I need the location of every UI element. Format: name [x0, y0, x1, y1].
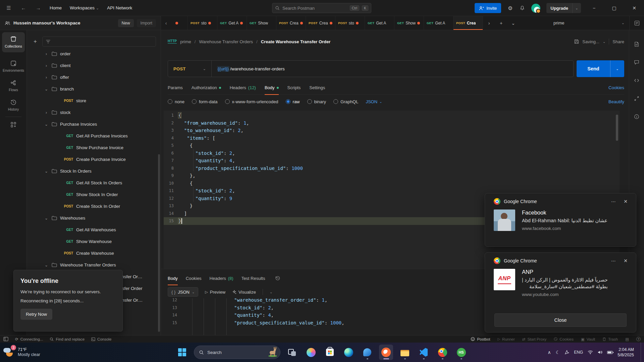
response-history-icon[interactable]	[275, 276, 280, 281]
tree-request[interactable]: POSTCreate Stock In Order	[27, 200, 161, 212]
tree-request[interactable]: POSTstore	[27, 95, 161, 107]
notification-more-icon[interactable]: ⋯	[609, 258, 618, 263]
tree-request[interactable]: GETGet All Purchase Invoices	[27, 130, 161, 142]
tree-folder[interactable]: ›stock	[27, 107, 161, 118]
tree-folder[interactable]: ⌄Warehouses	[27, 212, 161, 224]
visualize-button[interactable]: Visualize	[232, 290, 256, 295]
tree-folder[interactable]: ›client	[27, 60, 161, 71]
related-requests-icon[interactable]	[634, 96, 639, 101]
tree-request[interactable]: GETGet All Warehouses	[27, 224, 161, 236]
request-tab[interactable]: POSTCrea	[453, 16, 483, 30]
url-input[interactable]: {{url}} /warehouse-transfer-orders	[212, 66, 285, 72]
panel-layout-icon[interactable]: ▤	[625, 337, 629, 342]
workspace-name[interactable]: Hussein mansour's Workspace	[13, 20, 115, 25]
response-tab-headers[interactable]: Headers(8)	[210, 272, 233, 285]
tree-request[interactable]: POSTCreate Warehouse	[27, 247, 161, 259]
chevron-down-icon[interactable]: ⌄	[270, 290, 272, 294]
request-tab[interactable]: POSTsto	[335, 16, 365, 30]
file-explorer-button[interactable]	[398, 345, 412, 360]
avatar[interactable]	[531, 4, 540, 13]
editor-scrollbar[interactable]	[616, 115, 618, 141]
request-tab[interactable]: GETShow	[247, 16, 276, 30]
new-button[interactable]: New	[118, 19, 134, 27]
import-button[interactable]: Import	[137, 19, 156, 27]
wifi-icon[interactable]	[588, 350, 593, 354]
vscode-button[interactable]	[417, 345, 431, 360]
sidebar-item-collections[interactable]: Collections	[2, 32, 25, 52]
minimize-button[interactable]: −	[587, 0, 601, 16]
battery-icon[interactable]	[607, 351, 613, 354]
trash-button[interactable]: Trash	[602, 337, 618, 341]
show-desktop-button[interactable]	[641, 343, 642, 362]
response-tab-test-results[interactable]: Test Results	[241, 272, 265, 285]
breadcrumb-folder[interactable]: Warehouse Transfer Orders	[199, 39, 253, 44]
tree-folder[interactable]: ⌄Purchase Invoices	[27, 118, 161, 130]
info-icon[interactable]	[634, 114, 639, 119]
hamburger-menu-icon[interactable]: ☰	[5, 5, 12, 11]
microsoft-store-button[interactable]	[323, 345, 337, 360]
tab-scripts[interactable]: Scripts	[287, 81, 301, 95]
hidden-icons-chevron[interactable]: ∧	[547, 350, 551, 355]
editor-line[interactable]: 5 {	[164, 142, 620, 149]
editor-line[interactable]: 6 "stock_id": 2,	[164, 149, 620, 157]
tree-folder[interactable]: ›offer	[27, 71, 161, 83]
breadcrumb-workspace[interactable]: prime	[180, 39, 191, 44]
runner-button[interactable]: ▷Runner	[497, 337, 515, 341]
forward-icon[interactable]: →	[35, 5, 42, 11]
tree-folder[interactable]: ⌄Stock In Orders	[27, 165, 161, 177]
environment-selector[interactable]: prime ⌄	[549, 20, 629, 25]
request-tab[interactable]: GETGet A	[365, 16, 394, 30]
sidebar-item-history[interactable]: History	[0, 96, 27, 111]
tabs-scroll-right-icon[interactable]: ›	[483, 16, 495, 30]
agent-app-button[interactable]	[360, 345, 374, 360]
environment-quick-look-icon[interactable]	[629, 16, 644, 30]
tree-request[interactable]: POSTCreate Purchase Invoice	[27, 154, 161, 165]
taskbar-search[interactable]: Search	[194, 346, 280, 359]
connection-status[interactable]: ⟳Connecting...	[15, 337, 43, 342]
cookies-link[interactable]: Cookies	[608, 85, 624, 90]
cookies-button[interactable]: Cookies	[554, 337, 574, 341]
new-tab-icon[interactable]: +	[495, 16, 507, 30]
tree-request[interactable]: GETShow Purchase Invoice	[27, 142, 161, 154]
copilot-button[interactable]	[304, 345, 318, 360]
notification-close-button[interactable]: Close	[494, 313, 627, 327]
upgrade-button[interactable]: Upgrade ⌄	[546, 3, 581, 13]
sidebar-item-environments[interactable]: Environments	[0, 57, 27, 72]
chrome-button[interactable]	[435, 345, 449, 360]
close-button[interactable]: ✕	[627, 0, 641, 16]
preview-button[interactable]: ▷Preview	[205, 290, 225, 295]
editor-line[interactable]: 10 {	[164, 180, 620, 187]
collections-filter-input[interactable]	[42, 37, 156, 47]
heidisql-button[interactable]: HS	[454, 345, 468, 360]
chrome-notification-anp[interactable]: Google Chrome ⋯ ✕ ANP ANP حصريآ فيلم الا…	[485, 252, 636, 333]
raw-type-select[interactable]: JSON⌄	[366, 99, 382, 104]
sidebar-item-flows[interactable]: Flows	[0, 76, 27, 92]
mode-binary[interactable]: binary	[307, 99, 326, 104]
chevron-down-icon[interactable]: ⌄	[572, 3, 581, 13]
tab-authorization[interactable]: Authorization	[192, 81, 221, 95]
search-input[interactable]: Search Postman Ctrl K	[272, 3, 371, 13]
tree-folder[interactable]: ⌄Warehouse Transfer Orders	[27, 259, 161, 271]
tab-params[interactable]: Params	[168, 81, 183, 95]
invite-button[interactable]: Invite	[475, 3, 501, 13]
sidebar-scrollbar[interactable]	[158, 154, 160, 332]
tab-body[interactable]: Body	[265, 81, 279, 95]
postman-taskbar-button[interactable]	[379, 345, 393, 360]
pointer-icon[interactable]	[565, 350, 569, 355]
chevron-down-icon[interactable]: ⌄	[603, 40, 605, 44]
retry-now-button[interactable]: Retry Now	[20, 309, 52, 320]
bell-icon[interactable]	[519, 5, 525, 11]
request-tab[interactable]: GETShow	[394, 16, 424, 30]
mode-urlencoded[interactable]: x-www-form-urlencoded	[225, 99, 278, 104]
request-tab[interactable]: POSTsto	[188, 16, 217, 30]
help-icon[interactable]: ?	[636, 337, 641, 341]
mode-raw[interactable]: raw	[286, 99, 300, 104]
start-button[interactable]	[175, 345, 189, 360]
editor-line[interactable]: 8 "product_specification_value_id": 1000	[164, 165, 620, 172]
comments-icon[interactable]	[634, 60, 639, 65]
tabs-scroll-left-icon[interactable]: ‹	[161, 16, 171, 30]
tree-request[interactable]: GETShow Stock In Order	[27, 189, 161, 200]
console-button[interactable]: Console	[91, 337, 111, 341]
maximize-button[interactable]: ▢	[607, 0, 621, 16]
share-button[interactable]: Share	[612, 39, 624, 44]
